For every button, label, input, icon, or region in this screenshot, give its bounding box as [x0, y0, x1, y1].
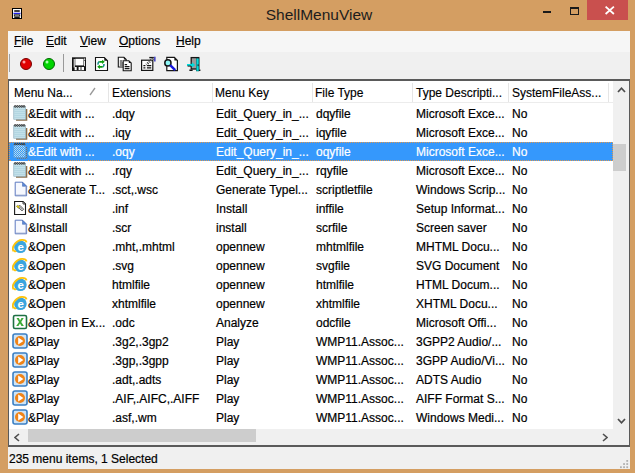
svg-text:e: e [17, 241, 23, 253]
svg-text:e: e [17, 298, 23, 310]
svg-text:e: e [17, 279, 23, 291]
svg-text:e: e [17, 260, 23, 272]
